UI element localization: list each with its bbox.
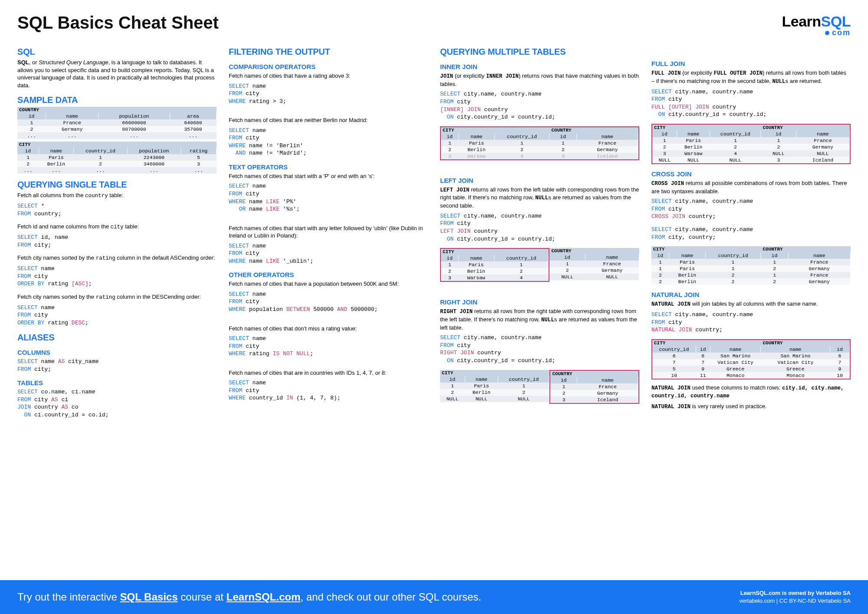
code-cross2: SELECT city.name, country.name FROM city… xyxy=(651,226,851,241)
table-full-join: CITY idnamecountry_id 1Paris1 2Berlin2 3… xyxy=(651,124,851,164)
page-title: SQL Basics Cheat Sheet xyxy=(17,13,219,33)
table-cross-join: CITY idnamecountry_id 1Paris1 1Paris1 2B… xyxy=(651,246,851,285)
table-city: idnamecountry_idpopulationrating 1Paris1… xyxy=(17,148,217,174)
code-full-join: SELECT city.name, country.name FROM city… xyxy=(651,88,851,119)
h-filtering: FILTERING THE OUTPUT xyxy=(229,47,428,57)
code-ne: SELECT name FROM city WHERE name != 'Ber… xyxy=(229,127,428,157)
h-sql: SQL xyxy=(17,47,217,57)
label-country: COUNTRY xyxy=(17,107,217,113)
h-natural-join: NATURAL JOIN xyxy=(651,291,851,298)
h-full-join: FULL JOIN xyxy=(651,60,851,67)
code-select-all: SELECT * FROM country; xyxy=(17,202,217,218)
footer-credits: LearnSQL.com is owned by Vertabelo SAver… xyxy=(740,589,851,605)
h-comparison: COMPARISON OPERATORS xyxy=(229,63,428,70)
h-aliases-cols: COLUMNS xyxy=(17,349,217,356)
table-natural-join: CITY country_ididname 66San Marino 77Vat… xyxy=(651,339,851,380)
code-order-asc: SELECT name FROM city ORDER BY rating [A… xyxy=(17,265,217,288)
code-gt: SELECT name FROM city WHERE rating > 3; xyxy=(229,83,428,106)
logo: LearnSQL com xyxy=(782,13,851,37)
code-in: SELECT name FROM city WHERE country_id I… xyxy=(229,379,428,402)
table-inner-join: CITY idnamecountry_id 1Paris1 2Berlin2 3… xyxy=(440,126,639,160)
table-country: idnamepopulationarea 1France666000006406… xyxy=(17,113,217,139)
code-left-join: SELECT city.name, country.name FROM city… xyxy=(440,212,639,243)
label-city: CITY xyxy=(17,142,217,148)
h-left-join: LEFT JOIN xyxy=(440,177,639,184)
h-inner-join: INNER JOIN xyxy=(440,63,639,70)
code-inner-join: SELECT city.name, country.name FROM city… xyxy=(440,90,639,121)
h-single-table: QUERYING SINGLE TABLE xyxy=(17,180,217,190)
sql-intro: SQL, or Structured Query Language, is a … xyxy=(17,59,217,89)
code-notnull: SELECT name FROM city WHERE rating IS NO… xyxy=(229,335,428,358)
code-right-join: SELECT city.name, country.name FROM city… xyxy=(440,334,639,364)
code-cross1: SELECT city.name, country.name FROM city… xyxy=(651,198,851,221)
h-text-ops: TEXT OPERATORS xyxy=(229,163,428,171)
h-cross-join: CROSS JOIN xyxy=(651,170,851,178)
code-alias-table: SELECT co.name, ci.name FROM city AS ci … xyxy=(17,388,217,419)
h-other-ops: OTHER OPERATORS xyxy=(229,271,428,278)
table-right-join: CITY idnamecountry_id 1Paris1 2Berlin2 N… xyxy=(440,370,639,404)
code-order-desc: SELECT name FROM city ORDER BY rating DE… xyxy=(17,304,217,327)
h-sample-data: SAMPLE DATA xyxy=(17,95,217,105)
code-between: SELECT name FROM city WHERE population B… xyxy=(229,290,428,314)
code-alias-col: SELECT name AS city_name FROM city; xyxy=(17,358,217,373)
h-aliases: ALIASES xyxy=(17,333,217,343)
h-aliases-tables: TABLES xyxy=(17,379,217,386)
code-like2: SELECT name FROM city WHERE name LIKE '_… xyxy=(229,242,428,265)
code-select-cols: SELECT id, name FROM city; xyxy=(17,234,217,249)
code-like1: SELECT name FROM city WHERE name LIKE 'P… xyxy=(229,182,428,213)
footer: Try out the interactive SQL Basics cours… xyxy=(0,580,868,614)
code-natural: SELECT city.name, country.name FROM city… xyxy=(651,311,851,334)
table-left-join: CITY idnamecountry_id 1Paris1 2Berlin2 3… xyxy=(440,248,639,282)
h-multiple-tables: QUERYING MULTIPLE TABLES xyxy=(440,47,639,57)
footer-cta: Try out the interactive SQL Basics cours… xyxy=(17,591,481,603)
h-right-join: RIGHT JOIN xyxy=(440,298,639,306)
